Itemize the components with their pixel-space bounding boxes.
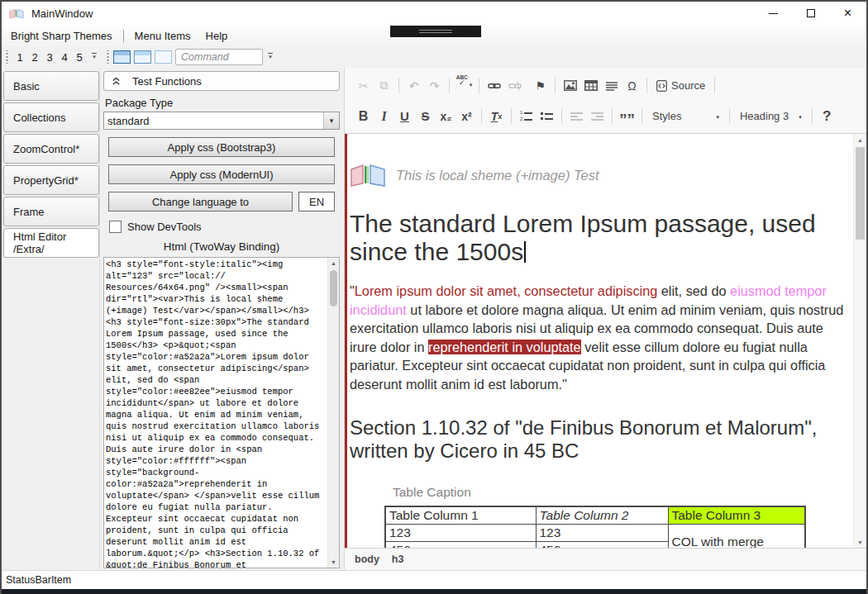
- window-layout-icon-1[interactable]: [113, 50, 131, 64]
- toolbar-button-4[interactable]: 4: [57, 51, 72, 64]
- text-cursor: [524, 241, 526, 263]
- remove-format-icon[interactable]: Tx: [486, 106, 507, 127]
- test-functions-expander[interactable]: Test Functions: [103, 71, 340, 91]
- toolbar-overflow-button[interactable]: ▾: [89, 53, 99, 61]
- toolbar-overflow-button[interactable]: ▾: [265, 53, 275, 61]
- special-char-omega-icon[interactable]: Ω: [622, 75, 642, 97]
- toolbar-button-3[interactable]: 3: [42, 51, 57, 64]
- toolbar-grip[interactable]: [5, 50, 9, 64]
- maximize-button[interactable]: [792, 2, 829, 25]
- tab-basic[interactable]: Basic: [3, 71, 99, 101]
- tab-column: Basic Collections ZoomControl* PropertyG…: [2, 68, 99, 570]
- app-book-icon: [9, 8, 24, 19]
- close-button[interactable]: ×: [829, 2, 866, 25]
- command-input[interactable]: [175, 49, 263, 65]
- editor-toolbar-row-2: B I U S x₂ x² Tx 12: [353, 101, 861, 131]
- strikethrough-icon[interactable]: S: [415, 106, 436, 127]
- table-header-3: Table Column 3: [668, 506, 805, 525]
- combobox-dropdown-icon[interactable]: ▾: [323, 112, 339, 129]
- table-cell: 456: [385, 542, 536, 549]
- title-bar: MainWindow ×: [2, 2, 866, 25]
- anchor-flag-icon[interactable]: ⚑: [530, 75, 551, 97]
- table-cell: 123: [385, 525, 536, 542]
- minimize-icon: [769, 13, 778, 14]
- minimize-button[interactable]: [755, 2, 792, 25]
- redo-icon: ↷: [424, 75, 445, 97]
- toolbar-button-2[interactable]: 2: [27, 51, 42, 64]
- window-layout-icon-3[interactable]: [155, 50, 172, 64]
- editor-scrollbar[interactable]: ▲ ▼: [853, 134, 866, 548]
- language-code-field[interactable]: [298, 192, 335, 211]
- show-devtools-checkbox[interactable]: [109, 221, 122, 233]
- toolbar-button-1[interactable]: 1: [12, 51, 27, 64]
- path-h3[interactable]: h3: [392, 554, 404, 565]
- editor-toolbar-row-1: ✂ ⧉ ↶ ↷ ABC ✓ ▾: [353, 70, 861, 101]
- tab-frame[interactable]: Frame: [3, 197, 99, 226]
- scroll-up-icon[interactable]: ▲: [854, 134, 866, 145]
- about-question-icon[interactable]: ?: [817, 106, 837, 127]
- status-bar-item: StatusBarItem: [6, 574, 71, 586]
- editable-document[interactable]: This is local sheme (+image) Test The st…: [347, 134, 853, 548]
- source-button-label: Source: [671, 79, 705, 92]
- package-type-combobox[interactable]: standard ▾: [103, 112, 340, 130]
- brown-text: Lorem ipsum dolor sit amet, consectetur …: [355, 283, 658, 298]
- path-body[interactable]: body: [355, 554, 379, 565]
- subscript-icon[interactable]: x₂: [436, 106, 456, 127]
- bold-icon[interactable]: B: [353, 106, 374, 127]
- table-icon[interactable]: [580, 75, 601, 97]
- tab-zoomcontrol[interactable]: ZoomControl*: [3, 134, 99, 164]
- package-type-value: standard: [104, 112, 323, 129]
- editor-content-frame: This is local sheme (+image) Test The st…: [345, 134, 866, 548]
- apply-css-bootstrap3-button[interactable]: Apply css (Bootstrap3): [108, 137, 335, 157]
- blockquote-icon[interactable]: ””: [617, 106, 637, 127]
- source-button[interactable]: Source: [651, 75, 710, 97]
- heading-combo[interactable]: Heading 3 ▾: [734, 110, 808, 122]
- caption-heading: This is local sheme (+image) Test: [350, 164, 851, 187]
- source-doc-icon: [656, 80, 667, 92]
- textarea-scrollbar[interactable]: ▲ ▼: [327, 258, 339, 568]
- scrollbar-thumb[interactable]: [856, 147, 865, 240]
- scrollbar-thumb[interactable]: [330, 270, 337, 307]
- html-source-editor: <h3 style="font-style:italic"><img alt="…: [103, 257, 340, 568]
- scroll-down-icon[interactable]: ▼: [328, 557, 339, 568]
- spellcheck-button[interactable]: ABC ✓ ▾: [454, 75, 475, 97]
- scroll-down-icon[interactable]: ▼: [854, 536, 866, 548]
- bullet-list-icon[interactable]: [537, 106, 557, 127]
- apply-css-modernui-button[interactable]: Apply css (ModernUI): [108, 164, 335, 184]
- dark-grip-bar: [390, 26, 481, 37]
- status-bar: StatusBarItem: [2, 570, 866, 589]
- main-window: MainWindow × Bright Sharp Themes Menu It…: [0, 0, 868, 594]
- content-table[interactable]: Table Column 1 Table Column 2 Table Colu…: [384, 506, 806, 548]
- copy-icon: ⧉: [374, 75, 394, 97]
- toolbar-tray: 1 2 3 4 5 ▾ ▾: [2, 46, 866, 68]
- styles-combo[interactable]: Styles ▾: [646, 110, 725, 122]
- tab-html-editor-extra[interactable]: Html Editor /Extra/: [3, 228, 99, 258]
- html-source-textarea[interactable]: <h3 style="font-style:italic"><img alt="…: [104, 258, 327, 568]
- scroll-up-icon[interactable]: ▲: [328, 258, 339, 268]
- menu-bright-sharp-themes[interactable]: Bright Sharp Themes: [3, 30, 120, 42]
- image-icon[interactable]: [560, 75, 580, 97]
- document-heading-2: Section 1.10.32 of "de Finibus Bonorum e…: [350, 416, 851, 463]
- document-heading-1: The standard Lorem Ipsum passage, used s…: [350, 210, 851, 266]
- numbered-list-icon[interactable]: 12: [516, 106, 537, 127]
- toolbar-grip[interactable]: [106, 50, 110, 64]
- chevron-down-icon: ▾: [799, 114, 802, 121]
- change-language-button[interactable]: Change language to: [108, 192, 293, 211]
- tab-propertygrid[interactable]: PropertyGrid*: [3, 165, 99, 195]
- underline-icon[interactable]: U: [394, 106, 415, 127]
- window-layout-icon-2[interactable]: [134, 50, 151, 64]
- superscript-icon[interactable]: x²: [456, 106, 477, 127]
- window-title: MainWindow: [31, 7, 93, 20]
- link-icon[interactable]: [484, 75, 504, 97]
- chevron-down-icon: ▾: [470, 82, 473, 88]
- tab-collections[interactable]: Collections: [3, 102, 99, 132]
- italic-icon[interactable]: I: [374, 106, 394, 127]
- number-toolbar: 1 2 3 4 5 ▾: [3, 46, 99, 68]
- html-twoway-binding-label: Html (TwoWay Binding): [103, 240, 340, 253]
- local-scheme-image[interactable]: [350, 164, 386, 187]
- menu-menu-items[interactable]: Menu Items: [127, 30, 198, 42]
- toolbar-button-5[interactable]: 5: [72, 51, 87, 64]
- horizontal-rule-icon[interactable]: [601, 75, 622, 97]
- table-header-2: Table Column 2: [536, 506, 668, 525]
- menu-help[interactable]: Help: [198, 30, 236, 42]
